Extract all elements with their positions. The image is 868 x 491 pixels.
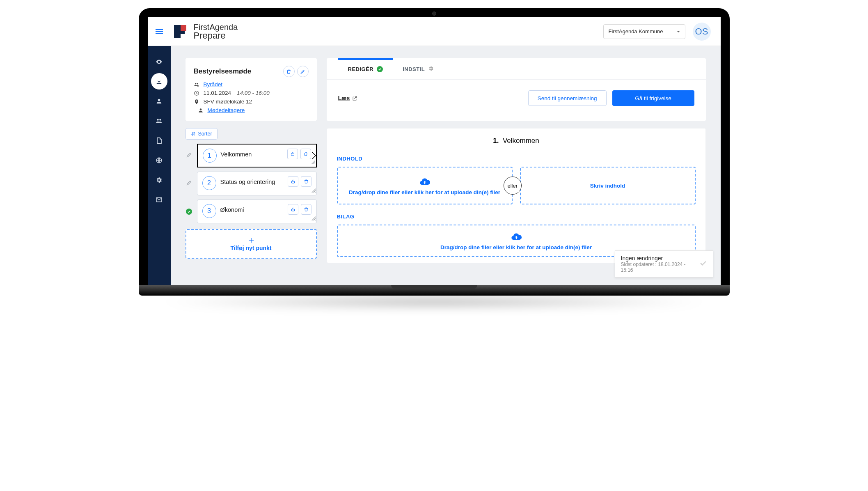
clock-icon — [194, 90, 199, 96]
users-icon — [194, 82, 199, 87]
write-content-button[interactable]: Skriv indhold — [520, 167, 696, 204]
plus-icon — [247, 236, 255, 244]
sort-label: Sortér — [198, 131, 212, 137]
svg-point-5 — [158, 61, 160, 62]
nav-settings-gear-icon[interactable] — [151, 172, 167, 188]
tab-settings[interactable]: INDSTIL — [393, 58, 444, 79]
svg-rect-9 — [291, 181, 294, 184]
delete-meeting-button[interactable] — [283, 66, 295, 77]
send-review-label: Send til gennemlæsning — [538, 95, 597, 101]
nav-pdf-icon[interactable] — [151, 132, 167, 149]
nav-download-icon[interactable] — [151, 73, 167, 89]
tab-edit[interactable]: REDIGÉR — [338, 58, 393, 79]
add-item-label: Tilføj nyt punkt — [230, 245, 271, 251]
write-content-label: Skriv indhold — [590, 183, 625, 189]
org-select[interactable]: FirstAgenda Kommune — [603, 24, 685, 39]
pin-icon — [194, 99, 199, 105]
brand-line1: FirstAgenda — [194, 23, 238, 31]
committee-link[interactable]: Byrådet — [204, 81, 223, 87]
agenda-item-title: Økonomi — [220, 204, 244, 213]
brand: FirstAgenda Prepare — [172, 23, 238, 40]
resize-handle-icon[interactable] — [311, 158, 315, 166]
go-release-label: Gå til frigivelse — [635, 95, 671, 101]
content-drop-text: Drag/drop dine filer eller klik her for … — [349, 189, 500, 195]
external-link-icon — [352, 96, 357, 101]
tab-settings-label: INDSTIL — [403, 66, 425, 72]
brand-line2: Prepare — [194, 31, 238, 40]
agenda-item[interactable]: 1Velkommen — [197, 144, 317, 167]
svg-rect-3 — [174, 25, 181, 38]
save-status-toast: Ingen ændringer Sidst opdateret : 18.01.… — [615, 250, 713, 278]
meeting-date: 11.01.2024 — [204, 90, 231, 96]
attachments-drop-text: Drag/drop dine filer eller klik her for … — [440, 244, 592, 250]
unlock-button[interactable] — [287, 149, 298, 159]
meeting-title: Bestyrelsesmøde — [194, 67, 252, 76]
meeting-info-card: Bestyrelsesmøde — [186, 58, 317, 121]
svg-rect-4 — [181, 31, 185, 34]
sort-icon — [191, 131, 196, 136]
content-dropzone[interactable]: Drag/drop dine filer eller klik her for … — [337, 167, 513, 204]
hamburger-menu[interactable] — [148, 17, 171, 46]
user-icon — [198, 108, 204, 113]
check-icon — [699, 259, 707, 269]
cloud-upload-icon — [511, 231, 522, 243]
svg-rect-1 — [156, 31, 163, 32]
cloud-upload-icon — [419, 176, 431, 188]
agenda-item-number: 2 — [202, 176, 216, 190]
nav-eye-icon[interactable] — [151, 53, 167, 70]
resize-handle-icon[interactable] — [311, 215, 316, 222]
tab-edit-label: REDIGÉR — [348, 66, 374, 72]
agenda-item-number: 1 — [203, 149, 217, 163]
agenda-item-title: Status og orientering — [220, 176, 275, 185]
agenda-list: Sortér 1Velkommen2Status og orientering3… — [186, 128, 317, 263]
unlock-button[interactable] — [288, 204, 298, 215]
org-select-value: FirstAgenda Kommune — [609, 28, 663, 34]
svg-rect-8 — [291, 154, 294, 156]
meeting-room: SFV mødelokale 12 — [204, 99, 252, 105]
status-ok-icon — [186, 208, 193, 215]
agenda-item-number: 3 — [202, 204, 216, 218]
go-release-button[interactable]: Gå til frigivelse — [612, 90, 694, 106]
agenda-item-row: 3Økonomi — [186, 200, 317, 223]
svg-rect-0 — [156, 29, 163, 30]
sidebar — [148, 46, 171, 285]
sort-button[interactable]: Sortér — [186, 128, 218, 140]
or-badge: eller — [504, 177, 522, 195]
avatar-initials: OS — [695, 26, 708, 37]
gear-icon — [428, 66, 434, 73]
detail-heading: 1. Velkommen — [337, 134, 696, 151]
delete-item-button[interactable] — [301, 204, 311, 215]
or-label: eller — [507, 183, 518, 189]
agenda-item-row: 2Status og orientering — [186, 172, 317, 195]
attachments-section-label: BILAG — [337, 213, 696, 220]
svg-rect-2 — [156, 33, 163, 34]
nav-mail-icon[interactable] — [151, 191, 167, 208]
toast-subtitle: Sidst opdateret : 18.01.2024 - 15:16 — [621, 262, 695, 273]
delete-item-button[interactable] — [300, 149, 311, 159]
agenda-item-row: 1Velkommen — [186, 144, 317, 167]
participants-link[interactable]: Mødedeltagere — [208, 107, 245, 113]
detail-heading-num: 1. — [493, 137, 499, 145]
agenda-item[interactable]: 3Økonomi — [197, 200, 317, 223]
app-header: FirstAgenda Prepare FirstAgenda Kommune … — [148, 17, 721, 46]
nav-globe-icon[interactable] — [151, 152, 167, 168]
nav-user-icon[interactable] — [151, 93, 167, 109]
send-review-button[interactable]: Send til gennemlæsning — [528, 90, 607, 106]
add-agenda-item[interactable]: Tilføj nyt punkt — [186, 229, 317, 259]
meeting-time: 14:00 - 16:00 — [237, 90, 270, 96]
read-link[interactable]: Læs — [338, 95, 358, 101]
nav-users-icon[interactable] — [151, 112, 167, 129]
resize-handle-icon[interactable] — [311, 187, 316, 194]
unlock-button[interactable] — [288, 176, 298, 187]
detail-heading-text: Velkommen — [503, 137, 539, 145]
drag-handle-icon[interactable] — [186, 152, 193, 160]
edit-panel: REDIGÉR INDSTIL — [327, 58, 706, 121]
avatar[interactable]: OS — [693, 23, 711, 41]
read-link-label: Læs — [338, 95, 350, 101]
agenda-item-title: Velkommen — [221, 149, 252, 158]
agenda-detail: 1. Velkommen INDHOLD Drag/drop dine file… — [327, 128, 706, 263]
agenda-item[interactable]: 2Status og orientering — [197, 172, 317, 195]
drag-handle-icon[interactable] — [186, 180, 193, 188]
edit-meeting-button[interactable] — [297, 66, 309, 77]
delete-item-button[interactable] — [301, 176, 311, 187]
